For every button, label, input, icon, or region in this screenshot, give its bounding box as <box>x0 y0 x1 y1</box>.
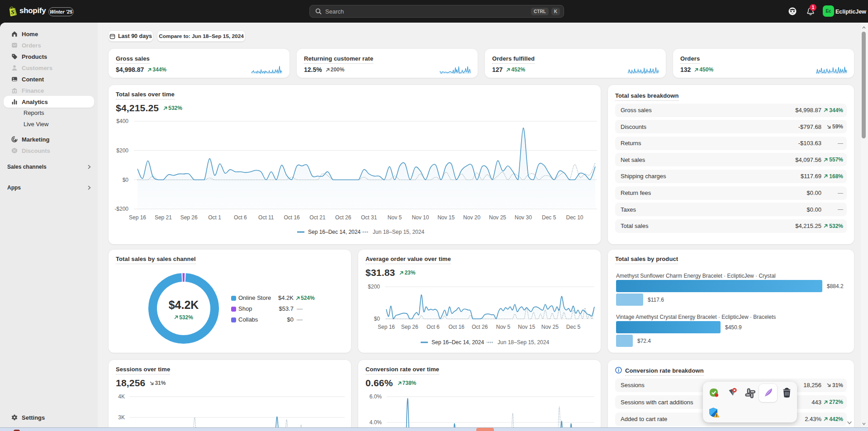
svg-text:Dec 10: Dec 10 <box>566 214 583 221</box>
svg-text:Oct 1: Oct 1 <box>208 214 221 221</box>
svg-text:Nov 10: Nov 10 <box>412 214 429 221</box>
svg-text:Dec 5: Dec 5 <box>566 324 581 330</box>
svg-text:Nov 25: Nov 25 <box>489 214 506 221</box>
svg-text:Oct 11: Oct 11 <box>258 214 274 221</box>
svg-text:6.0%: 6.0% <box>370 393 382 400</box>
svg-text:Sep 16: Sep 16 <box>378 324 395 330</box>
svg-text:4.0%: 4.0% <box>370 419 382 426</box>
svg-text:Nov 5: Nov 5 <box>388 214 402 221</box>
svg-text:Nov 15: Nov 15 <box>437 214 455 221</box>
svg-text:Oct 21: Oct 21 <box>309 214 326 221</box>
svg-text:$400: $400 <box>116 118 128 124</box>
svg-text:Dec 5: Dec 5 <box>542 214 556 221</box>
svg-text:3K: 3K <box>118 414 125 421</box>
svg-text:Oct 26: Oct 26 <box>472 324 488 330</box>
svg-text:Sep 26: Sep 26 <box>401 324 418 330</box>
svg-text:$0: $0 <box>374 316 380 322</box>
svg-text:Oct 31: Oct 31 <box>361 214 377 221</box>
svg-text:Nov 15: Nov 15 <box>518 324 535 330</box>
svg-text:-$200: -$200 <box>114 206 128 212</box>
svg-text:Sep 26: Sep 26 <box>180 214 198 221</box>
svg-text:$200: $200 <box>116 147 128 154</box>
svg-text:Nov 5: Nov 5 <box>496 324 511 330</box>
svg-text:Oct 16: Oct 16 <box>284 214 300 221</box>
svg-text:Oct 6: Oct 6 <box>427 324 440 330</box>
svg-text:Sep 21: Sep 21 <box>155 214 172 221</box>
svg-text:Nov 25: Nov 25 <box>541 324 559 330</box>
svg-text:$0: $0 <box>123 177 129 183</box>
svg-text:4K: 4K <box>118 393 125 400</box>
svg-text:$200: $200 <box>368 284 380 290</box>
svg-text:Sep 16: Sep 16 <box>129 214 146 221</box>
svg-text:Nov 20: Nov 20 <box>463 214 480 221</box>
svg-text:Oct 6: Oct 6 <box>234 214 247 221</box>
svg-text:Oct 26: Oct 26 <box>335 214 351 221</box>
svg-text:Nov 30: Nov 30 <box>515 214 532 221</box>
svg-text:Oct 16: Oct 16 <box>448 324 465 330</box>
